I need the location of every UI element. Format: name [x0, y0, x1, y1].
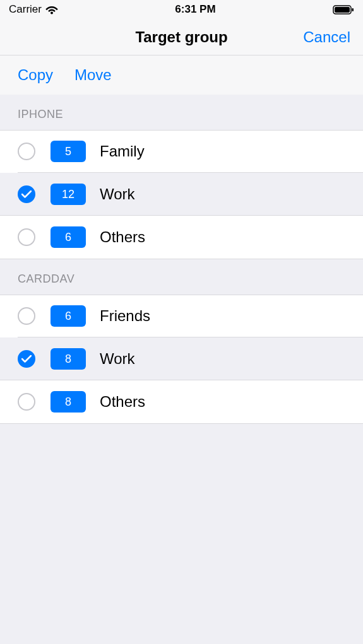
toolbar: Copy Move: [0, 56, 363, 95]
section-table-iphone: 5 Family 12 Work 6 Others: [0, 130, 363, 259]
checkcircle-icon[interactable]: [18, 228, 35, 246]
group-label: Friends: [100, 307, 150, 325]
checkcircle-icon[interactable]: [18, 307, 35, 325]
battery-icon: [333, 5, 354, 15]
navigation-bar: Target group Cancel: [0, 19, 363, 56]
group-label: Work: [100, 350, 135, 368]
group-row-others[interactable]: 8 Others: [0, 380, 363, 423]
group-label: Work: [100, 185, 135, 203]
carrier-label: Carrier: [9, 3, 42, 16]
count-badge: 8: [51, 348, 86, 370]
status-bar: Carrier 6:31 PM: [0, 0, 363, 19]
count-badge: 6: [51, 226, 86, 248]
move-button[interactable]: Move: [74, 66, 112, 84]
section-header-iphone: IPHONE: [0, 95, 363, 130]
cancel-button[interactable]: Cancel: [303, 28, 350, 46]
page-title: Target group: [135, 28, 227, 46]
status-time: 6:31 PM: [175, 3, 215, 16]
checkcircle-icon[interactable]: [18, 393, 35, 411]
svg-point-0: [51, 11, 53, 14]
checkcircle-icon[interactable]: [18, 185, 35, 203]
group-label: Others: [100, 228, 145, 246]
checkcircle-icon[interactable]: [18, 350, 35, 368]
group-row-friends[interactable]: 6 Friends: [0, 295, 363, 337]
group-row-work[interactable]: 8 Work: [0, 337, 363, 380]
count-badge: 5: [51, 141, 86, 162]
count-badge: 8: [51, 391, 86, 413]
count-badge: 6: [51, 305, 86, 327]
checkcircle-icon[interactable]: [18, 143, 35, 160]
svg-rect-3: [352, 8, 354, 11]
group-row-others[interactable]: 6 Others: [0, 216, 363, 259]
svg-rect-2: [335, 7, 350, 13]
group-label: Others: [100, 393, 145, 411]
section-table-carddav: 6 Friends 8 Work 8 Others: [0, 295, 363, 424]
group-label: Family: [100, 143, 145, 160]
group-row-family[interactable]: 5 Family: [0, 130, 363, 173]
section-header-carddav: CARDDAV: [0, 259, 363, 295]
wifi-icon: [45, 5, 58, 15]
count-badge: 12: [51, 184, 86, 205]
copy-button[interactable]: Copy: [18, 66, 53, 84]
group-row-work[interactable]: 12 Work: [0, 173, 363, 216]
